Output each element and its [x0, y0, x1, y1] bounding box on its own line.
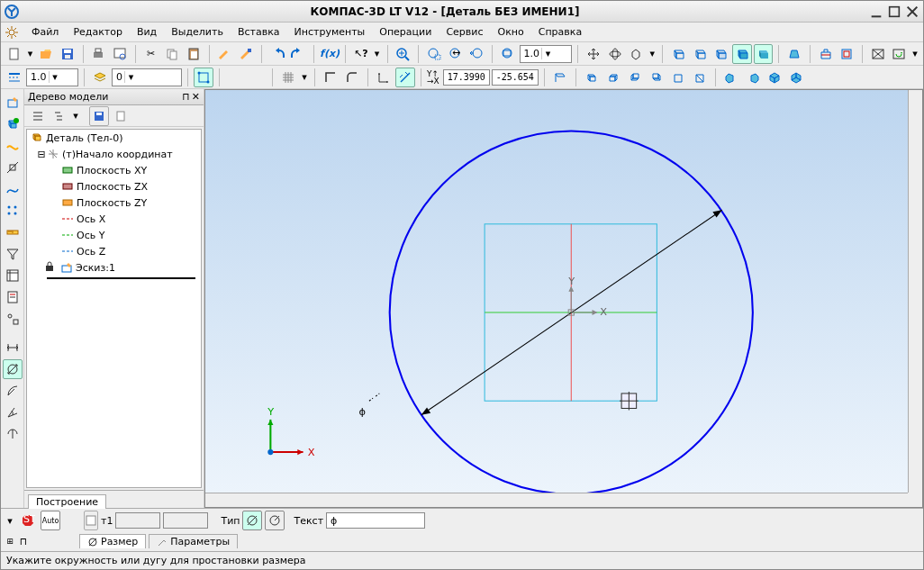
snap-blue-button[interactable]: [247, 68, 267, 87]
ortho-button[interactable]: [321, 68, 340, 87]
coord-y-field[interactable]: -25.654: [492, 69, 539, 86]
help-dropdown[interactable]: ▾: [373, 44, 382, 64]
rebuild-button[interactable]: [816, 44, 836, 64]
prop-dropdown[interactable]: ▾: [5, 511, 15, 530]
snap-toggle-button[interactable]: [194, 68, 213, 87]
line-width-combo[interactable]: 1.0▾: [26, 68, 78, 86]
zoom-combo[interactable]: 1.0▾: [520, 45, 573, 63]
drawing-canvas[interactable]: ϕ X Y X: [205, 90, 922, 507]
gear-icon[interactable]: [5, 25, 19, 40]
undo-button[interactable]: [267, 44, 287, 64]
tree-plane-zy[interactable]: Плоскость ZY: [27, 195, 201, 211]
prop-expand[interactable]: ⊞: [5, 531, 15, 551]
angle-dim-button[interactable]: [3, 403, 23, 422]
scrollbar-horizontal[interactable]: [205, 493, 908, 507]
pan-button[interactable]: [584, 44, 603, 64]
tree-plane-xy[interactable]: Плоскость XY: [27, 162, 201, 178]
operation-button[interactable]: [3, 114, 23, 134]
wireframe-button[interactable]: [668, 44, 688, 64]
param-mode-button[interactable]: [395, 68, 415, 87]
auto-button[interactable]: Auto: [41, 511, 60, 530]
local-cs-button[interactable]: [374, 68, 394, 87]
iso10-button[interactable]: [786, 68, 806, 87]
simplify-button[interactable]: [837, 44, 856, 64]
grid-button[interactable]: [278, 68, 298, 87]
minimize-button[interactable]: [869, 5, 883, 19]
iso4-button[interactable]: [647, 68, 666, 87]
menu-view[interactable]: Вид: [130, 24, 164, 40]
t1-x-field[interactable]: [115, 512, 160, 529]
zoom-window-button[interactable]: [424, 44, 444, 64]
collapse-icon[interactable]: ⊟: [36, 149, 47, 160]
menu-help[interactable]: Справка: [531, 24, 589, 40]
new-dropdown[interactable]: ▾: [26, 44, 35, 64]
snap-red-button[interactable]: [225, 68, 245, 87]
rotate-button[interactable]: [605, 44, 625, 64]
menu-file[interactable]: Файл: [24, 24, 66, 40]
shaded-edges-button[interactable]: [732, 44, 752, 64]
aux-geom-button[interactable]: [3, 158, 23, 177]
hidden-thin-button[interactable]: [690, 44, 710, 64]
t1-y-field[interactable]: [163, 512, 208, 529]
coord-x-field[interactable]: 17.3990: [443, 69, 490, 86]
round-button[interactable]: [342, 68, 362, 87]
grid-dropdown[interactable]: ▾: [300, 68, 309, 87]
print-button[interactable]: [89, 44, 109, 64]
menu-editor[interactable]: Редактор: [66, 24, 130, 40]
open-button[interactable]: [36, 44, 56, 64]
iso1-button[interactable]: [582, 68, 602, 87]
zoom-in-button[interactable]: [394, 44, 413, 64]
orient-button[interactable]: [627, 44, 647, 64]
tree-doc-button[interactable]: [111, 106, 131, 126]
elements-button[interactable]: [3, 309, 23, 329]
iso2-button[interactable]: [603, 68, 623, 87]
line-style-button[interactable]: [5, 68, 24, 87]
pin-icon[interactable]: ⊓: [182, 91, 190, 103]
save-button[interactable]: [58, 44, 77, 64]
variables-button[interactable]: f(x): [320, 44, 340, 64]
iso7-button[interactable]: [721, 68, 741, 87]
tab-parameters[interactable]: Параметры: [149, 534, 238, 548]
zoom-scale-button[interactable]: ↔: [446, 44, 466, 64]
tree-close-icon[interactable]: ✕: [192, 91, 200, 103]
copy-props-button[interactable]: [236, 44, 256, 64]
stop-button[interactable]: STOP: [18, 511, 38, 530]
tab-dimension[interactable]: Размер: [79, 534, 146, 548]
plane-xy-button[interactable]: [550, 68, 570, 87]
iso9-button[interactable]: [765, 68, 784, 87]
curves-button[interactable]: [3, 179, 23, 199]
close-button[interactable]: [905, 5, 919, 19]
redo-button[interactable]: [288, 44, 308, 64]
section-button[interactable]: [868, 44, 888, 64]
menu-select[interactable]: Выделить: [164, 24, 231, 40]
zoom-fit-button[interactable]: [498, 44, 518, 64]
prop-pin[interactable]: ⊓: [18, 531, 29, 551]
menu-insert[interactable]: Вставка: [231, 24, 287, 40]
iso6-button[interactable]: [690, 68, 710, 87]
tree-view1-button[interactable]: [28, 106, 48, 126]
type-radius-button[interactable]: [265, 511, 285, 530]
copy-button[interactable]: [162, 44, 182, 64]
measure-button[interactable]: [3, 222, 23, 242]
radial-dim-button[interactable]: [3, 381, 23, 401]
help-mode-button[interactable]: ↖?: [351, 44, 371, 64]
text-field[interactable]: ϕ: [326, 512, 425, 529]
menu-tools[interactable]: Инструменты: [287, 24, 373, 40]
redraw-dropdown[interactable]: ▾: [910, 44, 919, 64]
viewport[interactable]: ϕ X Y X: [204, 89, 923, 508]
iso5-button[interactable]: [668, 68, 688, 87]
tree-axis-y[interactable]: Ось Y: [27, 227, 201, 243]
paste-button[interactable]: [184, 44, 204, 64]
new-button[interactable]: [5, 44, 24, 64]
surface-button[interactable]: [3, 136, 23, 156]
zoom-prev-button[interactable]: [467, 44, 486, 64]
preview-button[interactable]: [110, 44, 130, 64]
menu-operations[interactable]: Операции: [372, 24, 439, 40]
diameter-dim-button[interactable]: [3, 359, 23, 379]
iso3-button[interactable]: [625, 68, 645, 87]
shaded-button[interactable]: [754, 44, 774, 64]
filter-button[interactable]: [3, 244, 23, 264]
orient-dropdown[interactable]: ▾: [648, 44, 657, 64]
scrollbar-vertical[interactable]: [908, 90, 922, 493]
perspective-button[interactable]: [784, 44, 804, 64]
